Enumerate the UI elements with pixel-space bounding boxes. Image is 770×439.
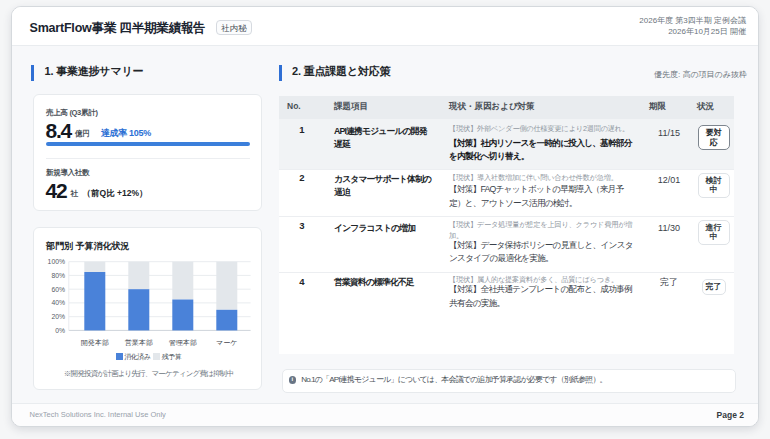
svg-text:0%: 0% bbox=[55, 326, 65, 333]
svg-text:開発本部: 開発本部 bbox=[81, 338, 109, 346]
svg-text:100%: 100% bbox=[48, 258, 65, 265]
svg-text:40%: 40% bbox=[51, 299, 65, 306]
svg-text:マーケ: マーケ bbox=[216, 338, 237, 345]
svg-text:80%: 80% bbox=[51, 271, 65, 278]
svg-text:営業本部: 営業本部 bbox=[125, 338, 153, 346]
svg-text:管理本部: 管理本部 bbox=[169, 338, 197, 346]
svg-text:20%: 20% bbox=[51, 313, 65, 320]
svg-text:60%: 60% bbox=[51, 285, 65, 292]
